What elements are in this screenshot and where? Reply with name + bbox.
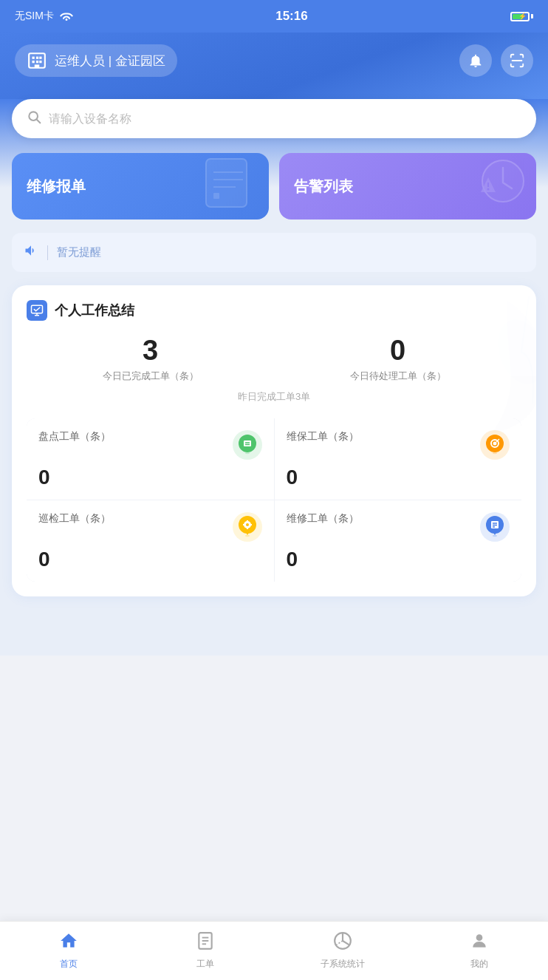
svg-rect-10 <box>206 159 247 207</box>
maintenance-pin-icon <box>480 430 510 460</box>
carrier-label: 无SIM卡 <box>15 10 54 23</box>
repair-label: 维修工单（条） <box>287 512 359 525</box>
wifi-icon <box>60 10 73 23</box>
status-bar: 无SIM卡 15:16 ⚡ <box>0 0 548 33</box>
inspection-label: 巡检工单（条） <box>38 512 111 525</box>
inventory-order-item: 盘点工单（条） 0 <box>27 418 274 500</box>
person-icon <box>470 931 489 955</box>
status-time: 15:16 <box>275 9 307 24</box>
svg-point-26 <box>245 452 250 454</box>
maintenance-header: 维保工单（条） <box>287 430 510 460</box>
scan-button[interactable] <box>501 44 533 77</box>
notif-divider <box>47 245 48 260</box>
maintenance-order-item: 维保工单（条） 0 <box>275 418 522 500</box>
notification-button[interactable] <box>459 44 492 77</box>
quick-actions: 维修报单 告警列表 <box>12 153 536 220</box>
svg-point-17 <box>487 188 490 191</box>
svg-rect-14 <box>213 193 219 199</box>
nav-subsystem[interactable]: 子系统统计 <box>274 922 411 980</box>
search-icon <box>27 109 41 128</box>
inventory-pin-icon <box>233 430 262 460</box>
svg-point-43 <box>493 535 497 537</box>
svg-point-37 <box>245 535 250 537</box>
nav-mine-label: 我的 <box>470 958 488 970</box>
role-badge: 运维人员 | 金证园区 <box>15 44 177 77</box>
svg-rect-7 <box>35 64 40 67</box>
work-order-grid: 盘点工单（条） 0 <box>27 418 521 582</box>
repair-order-card[interactable]: 维修报单 <box>12 153 269 220</box>
stats-row: 3 今日已完成工单（条） 0 今日待处理工单（条） <box>27 336 521 383</box>
speaker-icon <box>24 243 38 262</box>
svg-rect-23 <box>244 440 251 446</box>
notif-text: 暂无提醒 <box>57 245 101 259</box>
search-bar[interactable] <box>12 99 536 138</box>
building-icon <box>27 50 47 71</box>
work-summary-card: 个人工作总结 3 今日已完成工单（条） 0 今日待处理工单（条） 昨日完成工单3… <box>12 285 536 596</box>
svg-point-32 <box>246 523 249 526</box>
inspection-header: 巡检工单（条） <box>38 512 262 542</box>
nav-home[interactable]: 首页 <box>0 922 137 980</box>
svg-rect-1 <box>32 57 35 59</box>
app-header: 运维人员 | 金证园区 <box>0 33 548 99</box>
alert-list-label: 告警列表 <box>294 177 353 197</box>
svg-line-9 <box>37 120 41 123</box>
inspection-pin-icon <box>233 512 262 542</box>
status-left: 无SIM卡 <box>15 10 73 23</box>
workorder-icon <box>196 931 215 955</box>
yesterday-note: 昨日完成工单3单 <box>27 390 521 404</box>
header-actions <box>459 44 533 77</box>
repair-pin-icon <box>480 512 510 542</box>
alert-list-card[interactable]: 告警列表 <box>279 153 536 220</box>
bottom-navigation: 首页 工单 子系统统计 <box>0 921 548 980</box>
repair-order-label: 维修报单 <box>27 177 86 197</box>
completed-today-number: 3 <box>103 336 199 367</box>
svg-rect-3 <box>39 57 41 59</box>
main-content: 维修报单 告警列表 <box>0 99 548 656</box>
repair-header: 维修工单（条） <box>287 512 510 542</box>
nav-workorder[interactable]: 工单 <box>137 922 275 980</box>
svg-rect-5 <box>36 61 38 63</box>
work-summary-title: 个人工作总结 <box>55 302 134 319</box>
chart-icon <box>333 931 352 955</box>
role-label: 运维人员 | 金证园区 <box>55 52 165 69</box>
repair-count: 0 <box>287 548 510 571</box>
repair-illustration <box>195 153 261 220</box>
search-input[interactable] <box>49 112 521 126</box>
nav-mine[interactable]: 我的 <box>411 922 549 980</box>
battery-icon: ⚡ <box>510 12 533 21</box>
svg-rect-4 <box>32 61 35 63</box>
nav-subsystem-label: 子系统统计 <box>321 958 365 970</box>
svg-rect-2 <box>36 57 38 59</box>
pending-today-stat: 0 今日待处理工单（条） <box>350 336 446 383</box>
repair-order-item: 维修工单（条） 0 <box>275 500 522 582</box>
monitor-icon <box>27 300 47 321</box>
notification-bar: 暂无提醒 <box>12 233 536 272</box>
svg-point-29 <box>493 452 497 454</box>
maintenance-count: 0 <box>287 466 510 489</box>
home-icon <box>59 931 78 955</box>
svg-rect-6 <box>39 61 41 63</box>
inspection-count: 0 <box>38 548 262 571</box>
maintenance-label: 维保工单（条） <box>287 430 359 443</box>
inventory-count: 0 <box>38 466 262 489</box>
svg-point-48 <box>476 934 483 941</box>
battery-bolt-icon: ⚡ <box>518 13 527 20</box>
completed-today-label: 今日已完成工单（条） <box>103 370 199 383</box>
pending-today-number: 0 <box>350 336 446 367</box>
nav-workorder-label: 工单 <box>196 958 214 970</box>
alert-illustration <box>462 153 529 220</box>
inventory-label: 盘点工单（条） <box>38 430 111 443</box>
svg-point-28 <box>493 441 497 445</box>
nav-home-label: 首页 <box>60 958 78 970</box>
completed-today-stat: 3 今日已完成工单（条） <box>103 336 199 383</box>
pending-today-label: 今日待处理工单（条） <box>350 370 446 383</box>
status-right: ⚡ <box>510 12 533 21</box>
card-title: 个人工作总结 <box>27 300 521 321</box>
inspection-order-item: 巡检工单（条） <box>27 500 274 582</box>
inventory-header: 盘点工单（条） <box>38 430 262 460</box>
